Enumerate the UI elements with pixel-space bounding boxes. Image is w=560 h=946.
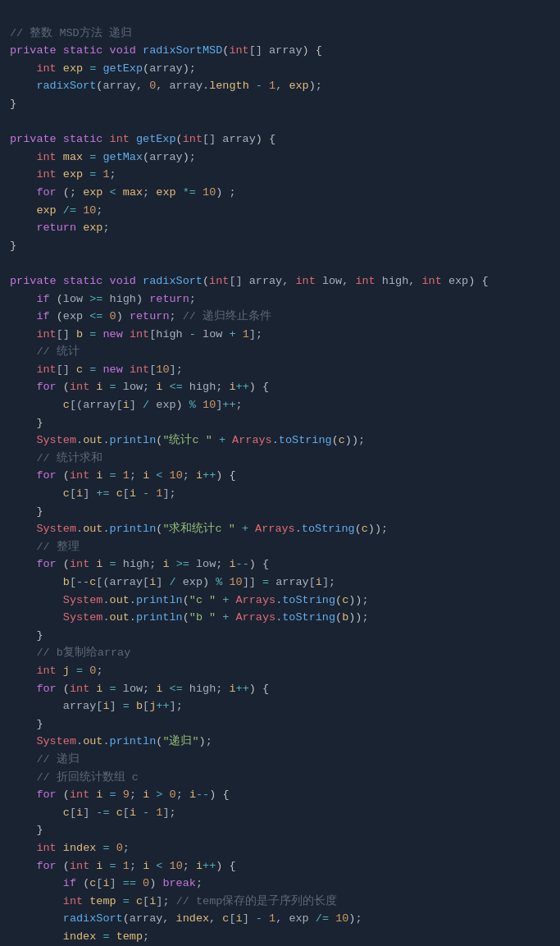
kw-int-arr-c: int bbox=[36, 363, 56, 376]
kw-int-return: int bbox=[110, 133, 130, 145]
comment-recurse: // 递归 bbox=[36, 753, 79, 765]
kw-private-3: private bbox=[10, 275, 57, 287]
kw-void-2: void bbox=[110, 275, 136, 287]
comment-stats: // 统计 bbox=[36, 345, 79, 358]
kw-int-2: int bbox=[36, 151, 56, 163]
sys-out-2: System bbox=[36, 523, 76, 535]
fn-radixsort-recursive: radixSort bbox=[63, 912, 123, 925]
kw-int-index: int bbox=[36, 842, 56, 854]
kw-for-6: for bbox=[36, 788, 56, 801]
kw-for-3: for bbox=[36, 469, 56, 482]
kw-int-temp: int bbox=[63, 895, 83, 907]
kw-int-arr-b: int bbox=[36, 328, 56, 340]
kw-int-1: int bbox=[36, 62, 56, 75]
kw-int-j: int bbox=[36, 665, 56, 677]
fn-radixsort: radixSort bbox=[143, 275, 203, 287]
kw-private-1: private bbox=[10, 44, 57, 57]
comment-line-1: // 整数 MSD方法 递归 bbox=[10, 27, 132, 39]
kw-void-1: void bbox=[110, 44, 136, 57]
kw-static-2: static bbox=[63, 133, 103, 145]
kw-private-2: private bbox=[10, 133, 57, 145]
fn-radixsortmsd: radixSortMSD bbox=[143, 44, 222, 57]
kw-static-1: static bbox=[63, 44, 103, 57]
code-container: // 整数 MSD方法 递归 private static void radix… bbox=[10, 7, 550, 946]
comment-arrange: // 整理 bbox=[36, 541, 79, 553]
kw-for-5: for bbox=[36, 683, 56, 695]
sys-out-1: System bbox=[36, 434, 76, 446]
fn-getexp: getExp bbox=[136, 133, 176, 145]
kw-int-3: int bbox=[36, 168, 56, 181]
kw-if-2: if bbox=[36, 310, 49, 322]
kw-for-1: for bbox=[36, 186, 56, 199]
kw-if-1: if bbox=[36, 293, 49, 305]
sys-out-3: System bbox=[36, 735, 76, 747]
comment-copy-b: // b复制给array bbox=[36, 647, 130, 659]
kw-static-3: static bbox=[63, 275, 103, 287]
kw-for-2: for bbox=[36, 381, 56, 393]
kw-if-3: if bbox=[63, 877, 76, 889]
kw-for-4: for bbox=[36, 558, 56, 570]
kw-for-7: for bbox=[36, 860, 56, 872]
fn-radixsort-call-1: radixSort bbox=[36, 80, 96, 92]
comment-rollback: // 折回统计数组 c bbox=[36, 771, 139, 784]
kw-return-1: return bbox=[36, 222, 76, 234]
comment-sum: // 统计求和 bbox=[36, 452, 102, 464]
